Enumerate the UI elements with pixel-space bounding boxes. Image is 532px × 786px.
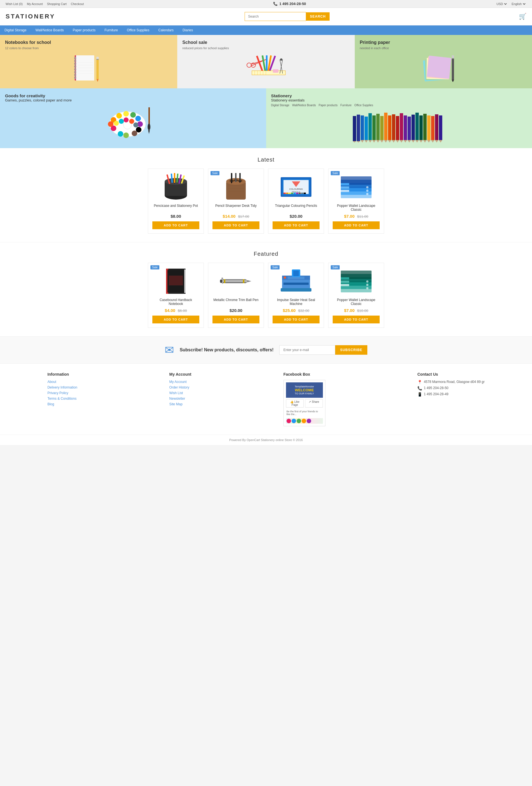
phone-icon-1: 📞 xyxy=(417,386,422,391)
footer-my-account-link[interactable]: My Account xyxy=(169,380,191,384)
svg-point-164 xyxy=(366,189,368,192)
footer-wish-list-link[interactable]: Wish List xyxy=(169,391,191,395)
heat-seal-add-to-cart[interactable]: ADD TO CART xyxy=(273,316,320,323)
latest-title: Latest xyxy=(6,157,526,163)
cart-icon[interactable]: 🛒 xyxy=(519,13,526,20)
pencicase-add-to-cart[interactable]: ADD TO CART xyxy=(152,222,199,229)
banner-creativity-subtitle: Games, puzzles, colored paper and more xyxy=(5,98,261,102)
svg-rect-161 xyxy=(341,186,349,189)
footer-grid: Information About Delivery Information P… xyxy=(6,372,526,426)
facebook-share-button[interactable]: ↗ Share xyxy=(305,399,323,408)
shopping-cart-link[interactable]: Shopping Cart xyxy=(47,2,67,6)
triangular-pencils-add-to-cart[interactable]: ADD TO CART xyxy=(273,222,320,229)
popper-wallet-featured-sale-badge: Sale xyxy=(331,265,340,270)
svg-marker-98 xyxy=(404,140,407,142)
wish-list-link[interactable]: Wish List (0) xyxy=(6,2,23,6)
svg-rect-162 xyxy=(341,183,349,185)
sharpener-price: $14.00 $17.00 xyxy=(212,214,259,218)
svg-rect-178 xyxy=(243,279,244,283)
newsletter-subscribe-button[interactable]: SUBSCRIBE xyxy=(335,345,368,355)
popper-wallet-latest-add-to-cart[interactable]: ADD TO CART xyxy=(333,222,380,229)
svg-point-60 xyxy=(118,131,123,137)
popper-wallet-featured-add-to-cart[interactable]: ADD TO CART xyxy=(333,316,380,323)
newsletter-icon: ✉ xyxy=(165,344,174,356)
svg-rect-169 xyxy=(184,270,186,293)
banner-notebooks[interactable]: Notebooks for school 12 colors to choose… xyxy=(0,35,177,88)
svg-marker-96 xyxy=(400,140,403,142)
banner-notebooks-title: Notebooks for school xyxy=(5,40,172,45)
svg-rect-144 xyxy=(283,192,286,194)
sharpener-add-to-cart[interactable]: ADD TO CART xyxy=(212,222,259,229)
footer-about-link[interactable]: About xyxy=(48,380,77,384)
svg-rect-85 xyxy=(380,116,384,140)
nav-calendars[interactable]: Calendars xyxy=(154,25,178,35)
my-account-link[interactable]: My Account xyxy=(27,2,43,6)
popper-wallet-latest-name: Popper Wallet Landscape Classic xyxy=(333,204,380,212)
nav-furniture[interactable]: Furniture xyxy=(100,25,122,35)
banner-printing-paper-subtitle: needed in each office xyxy=(360,46,527,50)
footer-terms-link[interactable]: Terms & Conditions xyxy=(48,397,77,400)
nav-digital-storage[interactable]: Digital Storage xyxy=(0,25,31,35)
footer-bottom-text: Powered By OpenCart Stationery online St… xyxy=(229,438,303,442)
svg-rect-185 xyxy=(281,288,311,292)
svg-marker-116 xyxy=(439,140,442,142)
language-selector[interactable]: English xyxy=(510,2,526,6)
stationery-link-furniture[interactable]: Furniture xyxy=(341,104,352,107)
currency-selector[interactable]: USD xyxy=(495,2,508,6)
svg-rect-122 xyxy=(174,173,175,183)
banner-printing-paper[interactable]: Printing paper needed in each office xyxy=(355,35,532,88)
svg-marker-80 xyxy=(368,140,372,142)
footer-site-map-link[interactable]: Site Map xyxy=(169,402,191,406)
banner-stationery[interactable]: Stationery Stationery essentials Digital… xyxy=(266,88,532,148)
svg-marker-45 xyxy=(452,80,454,82)
nav-wall-notice-boards[interactable]: Wall/Notice Boards xyxy=(31,25,69,35)
stationery-link-wall[interactable]: Wall/Notice Boards xyxy=(292,104,316,107)
footer-blog-link[interactable]: Blog xyxy=(48,402,77,406)
svg-point-197 xyxy=(366,284,368,286)
svg-point-64 xyxy=(123,117,129,122)
product-card-heat-seal: Sale Imp xyxy=(268,263,324,328)
banner-school-sale-title: School sale xyxy=(182,40,349,45)
footer-contact-heading: Contact Us xyxy=(417,372,484,376)
main-nav: Digital Storage Wall/Notice Boards Paper… xyxy=(0,25,532,35)
svg-rect-46 xyxy=(452,55,454,58)
stationery-link-office[interactable]: Office Supplies xyxy=(354,104,373,107)
svg-rect-75 xyxy=(361,115,364,140)
svg-point-66 xyxy=(133,122,138,128)
footer-newsletter-link[interactable]: Newsletter xyxy=(169,397,191,400)
facebook-like-button[interactable]: 👍 Like Page xyxy=(286,399,304,408)
svg-marker-108 xyxy=(423,140,426,142)
svg-rect-87 xyxy=(384,113,388,140)
svg-rect-77 xyxy=(365,117,368,140)
newsletter-email-input[interactable] xyxy=(279,345,335,355)
notebook-image xyxy=(158,267,194,295)
sharpener-sale-badge: Sale xyxy=(210,171,219,175)
nav-diaries[interactable]: Diaries xyxy=(178,25,198,35)
heat-seal-name: Impulse Sealer Heat Seal Machine xyxy=(273,298,320,306)
footer-order-history-link[interactable]: Order History xyxy=(169,386,191,389)
svg-point-51 xyxy=(116,113,122,118)
nav-paper-products[interactable]: Paper products xyxy=(68,25,100,35)
footer-privacy-link[interactable]: Privacy Policy xyxy=(48,391,77,395)
product-card-popper-wallet-latest: Sale Pop xyxy=(328,168,384,234)
nav-office-supplies[interactable]: Office Supplies xyxy=(122,25,154,35)
notebook-add-to-cart[interactable]: ADD TO CART xyxy=(152,316,199,323)
checkout-link[interactable]: Checkout xyxy=(71,2,84,6)
stationery-link-digital[interactable]: Digital Storage xyxy=(271,104,290,107)
svg-point-65 xyxy=(129,119,134,124)
banner-creativity[interactable]: Goods for creativity Games, puzzles, col… xyxy=(0,88,266,148)
search-button[interactable]: SEARCH xyxy=(306,12,330,21)
footer-delivery-link[interactable]: Delivery Information xyxy=(48,386,77,389)
svg-marker-78 xyxy=(365,140,368,142)
search-input[interactable] xyxy=(245,12,306,21)
banner-printing-paper-title: Printing paper xyxy=(360,40,527,45)
svg-marker-102 xyxy=(412,140,415,142)
popper-wallet-latest-sale-badge: Sale xyxy=(331,171,340,175)
banner-school-sale[interactable]: School sale reduced prices for school su… xyxy=(177,35,354,88)
svg-rect-194 xyxy=(341,281,349,283)
stationery-link-paper[interactable]: Paper products xyxy=(319,104,338,107)
latest-section: Latest Pencicase xyxy=(0,148,532,242)
ball-pen-add-to-cart[interactable]: ADD TO CART xyxy=(212,316,259,323)
svg-rect-184 xyxy=(283,283,309,285)
svg-text:PENCILS: PENCILS xyxy=(292,191,300,193)
